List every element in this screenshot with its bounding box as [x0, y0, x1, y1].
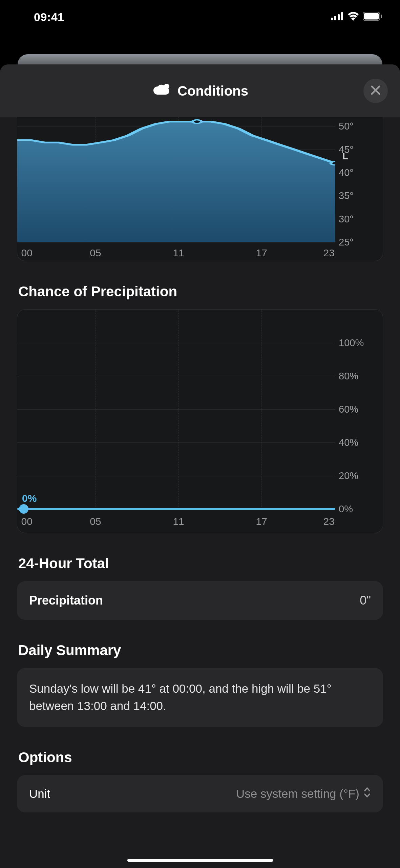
x-tick: 05: [90, 516, 101, 527]
background-sheet: [18, 54, 382, 64]
svg-rect-0: [331, 18, 333, 20]
y-tick: 80%: [339, 370, 358, 381]
wifi-icon: [347, 12, 359, 22]
svg-point-8: [192, 120, 201, 123]
x-tick: 05: [90, 247, 101, 259]
precip-y-axis: 100% 80% 60% 40% 20% 0%: [335, 310, 383, 509]
unit-option-row[interactable]: Unit Use system setting (°F): [17, 775, 383, 812]
chevron-up-down-icon: [363, 787, 371, 801]
x-tick: 17: [256, 247, 267, 259]
x-tick: 00: [21, 516, 32, 527]
cloud-icon: [152, 83, 171, 99]
y-tick: 40°: [339, 167, 354, 178]
x-tick: 23: [323, 247, 335, 259]
y-tick: 30°: [339, 213, 354, 224]
temperature-chart[interactable]: L 50° 45° 40° 35° 30° 25° 00 05 11 17 23: [17, 117, 383, 261]
home-indicator[interactable]: [127, 859, 273, 862]
status-time: 09:41: [34, 11, 64, 24]
svg-rect-6: [381, 15, 382, 18]
modal-header: Conditions: [0, 64, 400, 117]
precip-plot-area: 0%: [17, 310, 335, 509]
svg-point-7: [164, 84, 169, 89]
temperature-y-axis: 50° 45° 40° 35° 30° 25°: [335, 117, 383, 242]
total-title: 24-Hour Total: [18, 555, 383, 572]
y-tick: 60%: [339, 404, 358, 415]
close-button[interactable]: [363, 79, 388, 103]
y-tick: 35°: [339, 190, 354, 201]
precipitation-total-label: Precipitation: [29, 593, 103, 608]
svg-rect-2: [338, 14, 340, 20]
modal-content: L 50° 45° 40° 35° 30° 25° 00 05 11 17 23…: [0, 117, 400, 812]
y-tick: 45°: [339, 144, 354, 155]
battery-icon: [363, 12, 382, 22]
x-tick: 11: [173, 516, 184, 527]
precip-title: Chance of Precipitation: [18, 283, 383, 300]
unit-value: Use system setting (°F): [236, 787, 371, 801]
precipitation-total-card: Precipitation 0": [17, 581, 383, 620]
conditions-modal: Conditions: [0, 64, 400, 868]
temperature-plot-area: L: [17, 117, 335, 242]
y-tick: 25°: [339, 237, 354, 248]
temperature-curve: [17, 117, 335, 242]
summary-title: Daily Summary: [18, 642, 383, 658]
temperature-x-axis: 00 05 11 17 23: [17, 242, 335, 261]
precip-chart[interactable]: 0% 100% 80% 60% 40% 20% 0% 00 05 11 17 2…: [17, 309, 383, 533]
svg-rect-5: [364, 13, 379, 20]
x-tick: 17: [256, 516, 267, 527]
options-title: Options: [18, 749, 383, 766]
cellular-icon: [331, 12, 344, 22]
x-tick: 11: [173, 247, 184, 259]
unit-label: Unit: [29, 787, 50, 801]
modal-title: Conditions: [177, 83, 248, 99]
close-icon: [371, 85, 381, 97]
daily-summary-text: Sunday's low will be 41° at 00:00, and t…: [29, 680, 371, 715]
svg-rect-1: [334, 16, 336, 20]
precipitation-total-value: 0": [360, 593, 371, 608]
precip-current-label: 0%: [22, 493, 37, 504]
x-tick: 23: [323, 516, 335, 527]
y-tick: 40%: [339, 437, 358, 448]
y-tick: 20%: [339, 470, 358, 481]
status-icons: [331, 12, 382, 22]
daily-summary-card: Sunday's low will be 41° at 00:00, and t…: [17, 668, 383, 727]
x-tick: 00: [21, 247, 32, 259]
svg-rect-3: [341, 12, 343, 20]
status-bar: 09:41: [0, 0, 400, 34]
y-tick: 100%: [339, 337, 364, 349]
svg-point-9: [331, 161, 335, 165]
precip-x-axis: 00 05 11 17 23: [17, 509, 335, 533]
y-tick: 0%: [339, 504, 353, 515]
y-tick: 50°: [339, 121, 354, 132]
